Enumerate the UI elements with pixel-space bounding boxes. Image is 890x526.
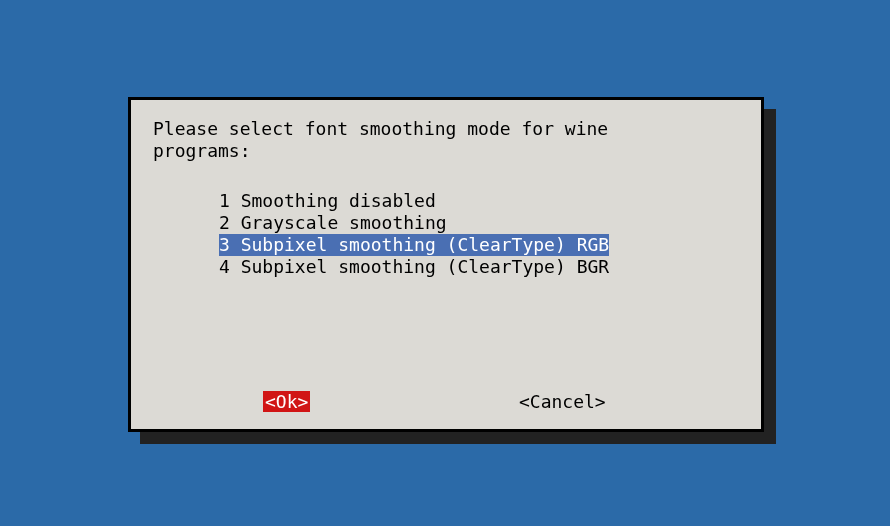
option-menu: 1 Smoothing disabled 2 Grayscale smoothi… [219,190,609,278]
option-label: Smoothing disabled [241,190,436,211]
menu-option-1[interactable]: 1 Smoothing disabled [219,190,609,212]
option-label: Subpixel smoothing (ClearType) RGB [241,234,609,255]
option-number: 4 [219,256,230,277]
menu-option-2[interactable]: 2 Grayscale smoothing [219,212,609,234]
dialog-prompt: Please select font smoothing mode for wi… [153,118,608,162]
menu-option-3[interactable]: 3 Subpixel smoothing (ClearType) RGB [219,234,609,256]
option-label: Grayscale smoothing [241,212,447,233]
option-number: 2 [219,212,230,233]
option-number: 1 [219,190,230,211]
option-number: 3 [219,234,230,255]
cancel-button[interactable]: <Cancel> [519,391,606,412]
ok-button[interactable]: <Ok> [263,391,310,412]
dialog: Please select font smoothing mode for wi… [128,97,764,432]
menu-option-4[interactable]: 4 Subpixel smoothing (ClearType) BGR [219,256,609,278]
dialog-wrapper: Please select font smoothing mode for wi… [128,97,764,432]
option-label: Subpixel smoothing (ClearType) BGR [241,256,609,277]
prompt-line-2: programs: [153,140,251,161]
prompt-line-1: Please select font smoothing mode for wi… [153,118,608,139]
